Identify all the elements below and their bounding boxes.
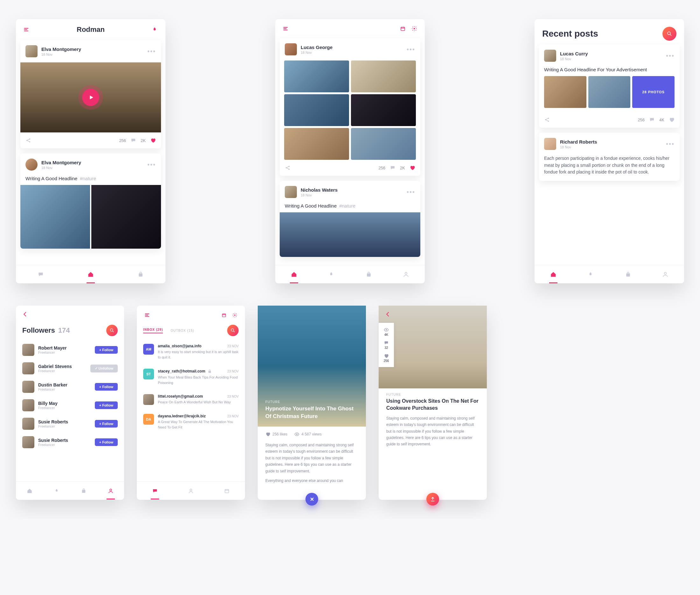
avatar[interactable] (22, 362, 34, 374)
follower-row[interactable]: Dustin BarkerFreelancer + Follow (16, 377, 124, 396)
post-image[interactable] (280, 213, 420, 257)
more-icon[interactable]: ••• (147, 161, 156, 168)
share-icon[interactable] (544, 117, 550, 122)
follow-button[interactable]: + Follow (95, 346, 118, 354)
avatar[interactable] (22, 344, 34, 356)
nav-profile[interactable] (403, 271, 409, 278)
follower-row[interactable]: Susie RobertsFreelancer + Follow (16, 415, 124, 433)
avatar[interactable] (285, 186, 297, 198)
comment-icon[interactable] (390, 165, 396, 171)
post-card[interactable]: Elva Montgomery 18 Nov ••• 256 2K (20, 40, 161, 148)
avatar[interactable] (22, 381, 34, 393)
likes-label: 256 likes (272, 432, 287, 436)
nav-profile[interactable] (108, 488, 114, 494)
share-button[interactable] (426, 493, 439, 506)
nav-bag[interactable] (138, 271, 144, 278)
follower-row[interactable]: Gabriel StevensFreelancer ✓ Unfollow (16, 359, 124, 377)
follow-button[interactable]: + Follow (95, 420, 118, 428)
follow-button[interactable]: + Follow (95, 401, 118, 409)
comment-icon[interactable] (649, 117, 655, 122)
top-bar (275, 19, 425, 38)
avatar[interactable] (285, 43, 297, 55)
fire-icon[interactable] (151, 26, 158, 33)
avatar[interactable] (25, 45, 37, 57)
nav-home[interactable] (291, 271, 297, 278)
nav-bag[interactable] (81, 488, 87, 494)
back-button[interactable] (16, 306, 34, 323)
avatar[interactable] (22, 436, 34, 448)
article-hero-image: FUTURE Hypnotize Yourself Into The Ghost… (258, 306, 366, 427)
side-stats: 4K 32 256 (379, 323, 394, 367)
avatar[interactable] (22, 399, 34, 411)
calendar-icon[interactable] (222, 313, 227, 318)
play-button[interactable] (82, 89, 99, 106)
message-row[interactable]: AM amalia_olson@jana.info23 NOV It is ve… (137, 339, 245, 364)
nav-fire[interactable] (328, 271, 334, 278)
more-icon[interactable]: ••• (666, 140, 675, 148)
post-card[interactable]: Nicholas Waters 18 Nov ••• Writing A Goo… (280, 181, 420, 257)
more-icon[interactable]: ••• (407, 189, 415, 196)
menu-icon[interactable] (283, 26, 289, 32)
photo-grid[interactable]: 28 PHOTOS (539, 76, 680, 112)
tab-outbox[interactable]: OUTBOX (15) (171, 329, 194, 332)
post-media[interactable] (20, 62, 161, 133)
post-card[interactable]: Lucas George 18 Nov ••• 256 2K (280, 38, 420, 176)
hashtag: #nature (339, 203, 355, 208)
avatar[interactable] (544, 50, 556, 62)
photo-grid[interactable] (280, 60, 420, 160)
more-icon[interactable]: ••• (407, 46, 415, 53)
avatar[interactable] (544, 138, 556, 150)
message-row[interactable]: DA dayana.ledner@krajcik.biz23 NOV A Gre… (137, 409, 245, 434)
nav-profile[interactable] (662, 271, 669, 278)
nav-home[interactable] (88, 271, 94, 278)
menu-icon[interactable] (24, 26, 30, 33)
nav-home[interactable] (27, 488, 32, 494)
nav-fire[interactable] (587, 271, 594, 278)
article-body: Staying calm, composed and maintaining s… (258, 442, 366, 474)
comment-icon[interactable] (130, 138, 136, 143)
nav-chat[interactable] (152, 488, 158, 494)
more-icon[interactable]: ••• (147, 48, 156, 55)
gear-icon[interactable] (411, 26, 417, 31)
follow-button[interactable]: + Follow (95, 383, 118, 391)
nav-home[interactable] (550, 271, 556, 278)
nav-fire[interactable] (54, 488, 59, 494)
post-card[interactable]: Richard Roberts 18 Nov ••• Each person p… (539, 133, 680, 181)
search-button[interactable] (106, 325, 118, 336)
post-card[interactable]: Lucas Curry 18 Nov ••• Writing A Good He… (539, 45, 680, 128)
search-button[interactable] (227, 325, 239, 336)
tab-inbox[interactable]: INBOX (29) (143, 328, 163, 333)
menu-icon[interactable] (144, 312, 151, 318)
followers-count: 174 (58, 326, 70, 335)
heart-icon[interactable] (669, 117, 675, 122)
avatar[interactable] (22, 418, 34, 430)
message-row[interactable]: littel.roselyn@gmail.com23 NOV Peace On … (137, 390, 245, 409)
nav-chat[interactable] (37, 271, 44, 278)
heart-icon[interactable] (409, 165, 415, 171)
back-button[interactable] (379, 306, 397, 323)
more-photos-tile[interactable]: 28 PHOTOS (632, 76, 675, 108)
nav-bag[interactable] (625, 271, 631, 278)
share-icon[interactable] (285, 165, 291, 171)
follower-row[interactable]: Billy MayFreelancer + Follow (16, 396, 124, 415)
nav-bag[interactable] (366, 271, 372, 278)
message-date: 23 NOV (227, 395, 239, 398)
follower-row[interactable]: Susie RobertsFreelancer + Follow (16, 433, 124, 451)
share-icon[interactable] (25, 138, 31, 143)
photo-grid[interactable] (20, 185, 161, 249)
close-button[interactable]: ✕ (305, 493, 318, 506)
follow-button[interactable]: + Follow (95, 438, 118, 446)
search-button[interactable] (663, 27, 676, 41)
avatar[interactable] (25, 159, 37, 171)
nav-profile[interactable] (188, 488, 194, 494)
more-icon[interactable]: ••• (666, 52, 675, 59)
heart-icon[interactable] (150, 138, 156, 143)
nav-calendar[interactable] (224, 488, 230, 494)
message-row[interactable]: ST stacey_rath@hotmail.com23 NOV When Yo… (137, 364, 245, 390)
calendar-icon[interactable] (400, 26, 406, 31)
follower-row[interactable]: Robert MayerFreelancer + Follow (16, 341, 124, 359)
screen-recent-posts: Recent posts Lucas Curry 18 Nov ••• Writ… (534, 19, 684, 283)
post-card[interactable]: Elva Montgomery 18 Nov ••• Writing A Goo… (20, 153, 161, 249)
unfollow-button[interactable]: ✓ Unfollow (90, 365, 118, 372)
gear-icon[interactable] (232, 313, 237, 318)
